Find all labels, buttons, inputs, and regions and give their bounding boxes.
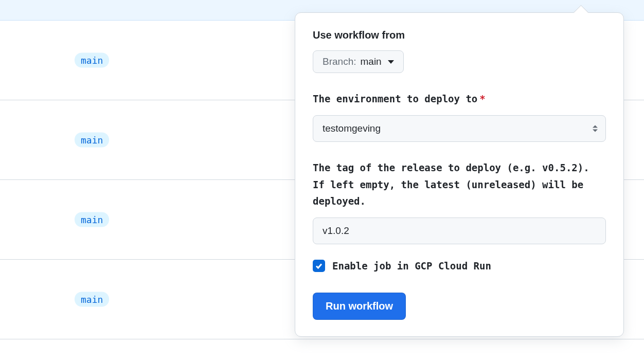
environment-select[interactable]: [313, 115, 606, 142]
run-workflow-popup: Use workflow from Branch: main The envir…: [295, 12, 624, 337]
environment-field-label: The environment to deploy to*: [313, 90, 606, 107]
branch-badge[interactable]: main: [75, 292, 109, 307]
enable-job-label: Enable job in GCP Cloud Run: [332, 260, 491, 272]
caret-down-icon: [388, 60, 394, 64]
enable-job-checkbox-row: Enable job in GCP Cloud Run: [313, 260, 606, 272]
check-icon: [315, 262, 323, 270]
branch-prefix-label: Branch:: [323, 56, 356, 67]
environment-select-wrap: [313, 115, 606, 142]
branch-badge[interactable]: main: [75, 53, 109, 68]
tag-input[interactable]: [313, 218, 606, 244]
popup-heading: Use workflow from: [313, 29, 606, 41]
tag-field-label: The tag of the release to deploy (e.g. v…: [313, 159, 606, 209]
run-workflow-button[interactable]: Run workflow: [313, 293, 406, 320]
required-asterisk: *: [479, 93, 485, 104]
enable-job-checkbox[interactable]: [313, 260, 325, 272]
branch-badge[interactable]: main: [75, 133, 109, 148]
branch-value-label: main: [360, 56, 381, 67]
branch-select-button[interactable]: Branch: main: [313, 50, 404, 73]
environment-label-text: The environment to deploy to: [313, 93, 477, 104]
branch-badge[interactable]: main: [75, 212, 109, 227]
